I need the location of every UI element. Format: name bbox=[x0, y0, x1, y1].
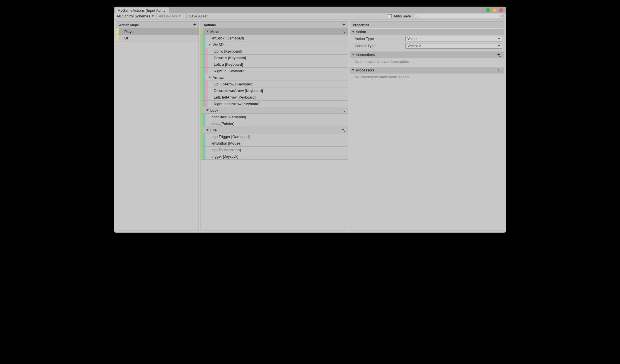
search-clear-button[interactable]: ✕ bbox=[499, 14, 504, 19]
color-stripe bbox=[201, 68, 203, 74]
control-scheme-label: All Control Schemes bbox=[117, 14, 150, 18]
binding-name: tap [Touchscreen] bbox=[211, 148, 241, 152]
action-section-title: Action bbox=[356, 30, 366, 34]
interactions-section-head[interactable]: Interactions +▾ bbox=[350, 51, 504, 58]
composite-part-row[interactable]: Down: downArrow [Keyboard] bbox=[201, 87, 348, 94]
binding-name: Right: rightArrow [Keyboard] bbox=[213, 102, 260, 106]
actions-title: Actions bbox=[204, 23, 216, 27]
action-row[interactable]: Look+▾ bbox=[201, 107, 348, 114]
add-action-map-button[interactable]: + bbox=[193, 23, 196, 27]
color-stripe bbox=[203, 74, 205, 81]
action-maps-title: Action Maps bbox=[119, 23, 139, 27]
foldout-icon[interactable] bbox=[206, 129, 209, 131]
control-type-dropdown[interactable]: Vector 2 bbox=[405, 43, 502, 49]
devices-dropdown[interactable]: All Devices bbox=[157, 13, 183, 19]
color-stripe bbox=[201, 101, 203, 107]
minimize-icon[interactable] bbox=[486, 8, 490, 12]
search-input[interactable] bbox=[414, 14, 499, 19]
color-stripe bbox=[201, 94, 203, 100]
action-row[interactable]: Fire+▾ bbox=[201, 127, 348, 133]
binding-name: rightTrigger [Gamepad] bbox=[211, 135, 250, 139]
composite-part-row[interactable]: Left: leftArrow [Keyboard] bbox=[201, 94, 348, 101]
action-maps-list: PlayerUI bbox=[116, 28, 199, 231]
color-stripe bbox=[203, 87, 205, 94]
color-stripe bbox=[203, 55, 205, 61]
action-map-row[interactable]: UI bbox=[116, 35, 199, 41]
composite-part-row[interactable]: Right: d [Keyboard] bbox=[201, 68, 348, 74]
composite-binding-row[interactable]: WASD bbox=[201, 41, 348, 48]
color-stripe bbox=[203, 120, 205, 127]
processors-section-head[interactable]: Processors +▾ bbox=[350, 67, 504, 73]
color-stripe bbox=[203, 48, 205, 54]
color-stripe bbox=[201, 35, 203, 41]
toolbar: All Control Schemes All Devices Save Ass… bbox=[114, 13, 506, 19]
action-map-row[interactable]: Player bbox=[116, 28, 199, 35]
close-icon[interactable] bbox=[499, 8, 503, 12]
binding-name: Up: w [Keyboard] bbox=[213, 49, 242, 53]
control-scheme-dropdown[interactable]: All Control Schemes bbox=[114, 13, 157, 19]
composite-part-row[interactable]: Right: rightArrow [Keyboard] bbox=[201, 101, 348, 107]
binding-row[interactable]: delta [Pointer] bbox=[201, 120, 348, 127]
color-stripe bbox=[201, 87, 203, 94]
add-binding-button[interactable]: +▾ bbox=[342, 108, 345, 113]
color-stripe bbox=[205, 87, 208, 94]
save-asset-button[interactable]: Save Asset bbox=[186, 13, 210, 19]
color-stripe bbox=[201, 133, 203, 140]
binding-row[interactable]: tap [Touchscreen] bbox=[201, 147, 348, 153]
add-processor-button[interactable]: +▾ bbox=[497, 68, 501, 73]
binding-name: leftStick [Gamepad] bbox=[211, 36, 244, 40]
action-maps-panel: Action Maps + PlayerUI bbox=[116, 21, 199, 231]
color-stripe bbox=[201, 107, 203, 113]
binding-name: rightStick [Gamepad] bbox=[211, 115, 246, 119]
autosave-toggle[interactable]: Auto-Save bbox=[385, 13, 414, 19]
color-stripe bbox=[201, 55, 203, 61]
color-stripe bbox=[203, 94, 205, 100]
autosave-label: Auto-Save bbox=[393, 14, 411, 18]
foldout-icon bbox=[352, 69, 354, 71]
add-action-button[interactable]: + bbox=[342, 23, 345, 27]
binding-name: delta [Pointer] bbox=[211, 121, 234, 126]
binding-row[interactable]: leftButton [Mouse] bbox=[201, 140, 348, 147]
color-stripe bbox=[203, 68, 205, 74]
action-type-label: Action Type bbox=[355, 37, 405, 41]
add-binding-button[interactable]: +▾ bbox=[342, 128, 345, 133]
add-interaction-button[interactable]: +▾ bbox=[497, 53, 501, 58]
checkbox-icon[interactable] bbox=[388, 14, 392, 18]
color-stripe bbox=[116, 35, 119, 41]
main-area: Action Maps + PlayerUI Actions + Move+▾l… bbox=[114, 19, 506, 233]
color-stripe bbox=[203, 114, 205, 120]
binding-row[interactable]: trigger [Joystick] bbox=[201, 153, 348, 160]
search-icon bbox=[416, 15, 419, 18]
add-binding-button[interactable]: +▾ bbox=[342, 29, 345, 34]
interactions-title: Interactions bbox=[356, 53, 375, 57]
foldout-icon[interactable] bbox=[209, 77, 211, 78]
color-stripe bbox=[201, 120, 203, 127]
foldout-icon[interactable] bbox=[209, 44, 211, 45]
composite-binding-row[interactable]: Arrows bbox=[201, 74, 348, 81]
color-stripe bbox=[203, 81, 205, 87]
binding-row[interactable]: rightStick [Gamepad] bbox=[201, 114, 348, 120]
composite-part-row[interactable]: Up: upArrow [Keyboard] bbox=[201, 81, 348, 87]
action-type-dropdown[interactable]: Value bbox=[405, 36, 502, 41]
binding-name: Up: upArrow [Keyboard] bbox=[213, 82, 253, 86]
options-icon[interactable]: ⋮ bbox=[480, 8, 483, 12]
color-stripe bbox=[201, 48, 203, 54]
foldout-icon[interactable] bbox=[206, 31, 209, 32]
devices-label: All Devices bbox=[159, 14, 177, 18]
action-section-head[interactable]: Action bbox=[350, 28, 504, 35]
composite-part-row[interactable]: Down: s [Keyboard] bbox=[201, 55, 348, 61]
window-tab[interactable]: MyGameActions (Input Act… bbox=[114, 7, 169, 13]
binding-row[interactable]: rightTrigger [Gamepad] bbox=[201, 133, 348, 140]
color-stripe bbox=[205, 55, 208, 61]
properties-panel: Properties Action Action Type Value Cont… bbox=[350, 21, 504, 231]
maximize-icon[interactable] bbox=[493, 8, 496, 12]
color-stripe bbox=[203, 41, 205, 48]
processors-title: Processors bbox=[356, 68, 374, 72]
action-row[interactable]: Move+▾ bbox=[201, 28, 348, 35]
composite-part-row[interactable]: Left: a [Keyboard] bbox=[201, 61, 348, 68]
composite-part-row[interactable]: Up: w [Keyboard] bbox=[201, 48, 348, 55]
binding-row[interactable]: leftStick [Gamepad] bbox=[201, 35, 348, 41]
foldout-icon[interactable] bbox=[206, 109, 209, 111]
color-stripe bbox=[203, 133, 205, 140]
actions-list: Move+▾leftStick [Gamepad]WASDUp: w [Keyb… bbox=[201, 28, 348, 231]
